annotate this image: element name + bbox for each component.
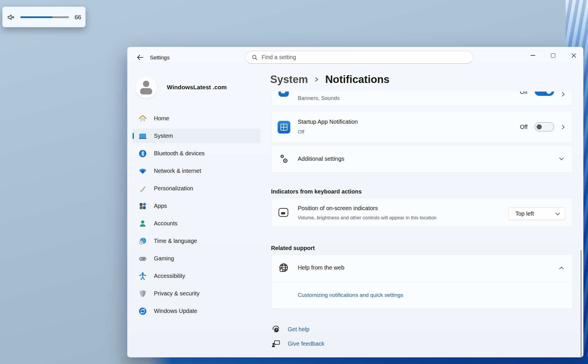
sidebar-item-gaming[interactable]: Gaming (132, 251, 260, 266)
home-icon (138, 114, 147, 123)
chevron-right-icon (560, 125, 565, 129)
avatar-person-icon (143, 81, 149, 87)
sidebar-item-bluetooth-devices[interactable]: Bluetooth & devices (132, 146, 260, 161)
position-dropdown[interactable]: Top left (508, 207, 565, 220)
system-icon (138, 132, 147, 140)
avatar[interactable] (135, 76, 157, 98)
startup-app-icon (278, 121, 290, 133)
related-support-card: Help from the web Customizing notificati… (271, 254, 572, 309)
svg-text:?: ? (275, 328, 277, 332)
shield-icon (138, 289, 147, 298)
gears-icon (278, 153, 290, 166)
breadcrumb-chevron-icon (314, 76, 319, 83)
personalization-icon (138, 184, 147, 193)
help-from-web-row[interactable]: Help from the web (271, 255, 572, 282)
give-feedback-row[interactable]: Give feedback (272, 339, 324, 348)
related-support-header: Related support (271, 245, 315, 251)
account-name: WindowsLatest .com (167, 84, 227, 91)
bluetooth-icon (138, 149, 147, 158)
volume-slider[interactable] (20, 16, 69, 18)
breadcrumb: System Notifications (270, 73, 390, 86)
help-from-web-title: Help from the web (298, 264, 344, 271)
position-indicators-row: Position of on-screen indicators Volume,… (271, 198, 572, 227)
bell-icon (278, 92, 289, 97)
gaming-icon (138, 254, 147, 263)
sidebar-nav: Home System Bluetooth & devices Network … (132, 111, 260, 318)
additional-settings-row[interactable]: Additional settings (271, 145, 572, 173)
sidebar-item-network-internet[interactable]: Network & internet (132, 164, 260, 178)
sidebar-item-time-language[interactable]: Time & language (132, 234, 260, 248)
position-row-title: Position of on-screen indicators (298, 205, 378, 212)
windows-update-icon (138, 307, 147, 315)
notifications-toggle[interactable] (535, 92, 554, 96)
sidebar-item-accessibility[interactable]: Accessibility (132, 269, 260, 283)
breadcrumb-system[interactable]: System (270, 73, 308, 86)
volume-slider-fill (20, 16, 53, 18)
time-language-icon (138, 237, 147, 245)
minimize-icon (531, 55, 535, 56)
scrollbar-thumb[interactable] (581, 250, 582, 357)
close-icon (571, 53, 576, 58)
volume-flyout: 66 (2, 7, 86, 27)
search-icon (252, 55, 258, 60)
chevron-down-icon (556, 211, 560, 215)
settings-window: Settings WindowsLatest .com (127, 47, 583, 357)
apps-icon (138, 202, 147, 210)
wallpaper-bloom-bottom (121, 357, 588, 364)
volume-value: 66 (75, 14, 81, 21)
sidebar-item-windows-update[interactable]: Windows Update (132, 304, 260, 318)
notifications-row-subtitle: Banners, Sounds (298, 95, 340, 101)
chevron-down-icon (559, 156, 564, 160)
customizing-notifications-link[interactable]: Customizing notifications and quick sett… (298, 292, 403, 298)
get-help-row[interactable]: ? Get help (272, 325, 310, 334)
sidebar-item-apps[interactable]: Apps (132, 199, 260, 213)
additional-settings-title: Additional settings (298, 156, 344, 162)
desktop: 66 Settings Windows (0, 0, 588, 364)
globe-help-icon (278, 263, 289, 274)
on-screen-indicator-icon (278, 208, 289, 217)
sidebar-item-home[interactable]: Home (132, 111, 260, 126)
notifications-row[interactable]: Banners, Sounds Off (271, 92, 572, 106)
minimize-button[interactable] (525, 49, 541, 61)
back-button[interactable] (134, 52, 146, 63)
chevron-right-icon (560, 92, 565, 97)
notifications-toggle-label: Off (520, 92, 527, 95)
close-button[interactable] (565, 49, 582, 61)
back-arrow-icon (137, 55, 144, 60)
maximize-icon (551, 53, 555, 58)
startup-row-subtitle: Off (298, 129, 304, 135)
startup-row-title: Startup App Notification (298, 119, 358, 125)
indicators-section-header: Indicators from keyboard actions (271, 188, 362, 195)
chevron-up-icon (559, 267, 564, 271)
startup-toggle-label: Off (520, 124, 527, 130)
position-dropdown-value: Top left (515, 210, 534, 217)
accounts-icon (138, 219, 147, 228)
position-row-subtitle: Volume, brightness and other controls wi… (298, 215, 437, 221)
sidebar-item-privacy-security[interactable]: Privacy & security (132, 286, 260, 301)
divider (271, 282, 572, 282)
get-help-link: Get help (288, 326, 310, 333)
sidebar-item-system[interactable]: System (132, 129, 260, 143)
give-feedback-link: Give feedback (288, 340, 324, 347)
startup-app-notification-row[interactable]: Startup App Notification Off Off (271, 111, 572, 143)
page-title: Notifications (325, 73, 390, 86)
startup-toggle[interactable] (535, 122, 554, 131)
speaker-muted-icon[interactable] (7, 13, 15, 21)
give-feedback-icon (272, 339, 280, 348)
sidebar-item-personalization[interactable]: Personalization (132, 181, 260, 196)
window-title: Settings (150, 55, 170, 61)
accessibility-icon (138, 272, 147, 280)
search-box[interactable] (245, 51, 473, 64)
sidebar-item-accounts[interactable]: Accounts (132, 216, 260, 231)
search-input[interactable] (262, 54, 445, 61)
get-help-icon: ? (272, 325, 280, 334)
network-icon (138, 167, 147, 175)
maximize-button[interactable] (545, 49, 561, 61)
